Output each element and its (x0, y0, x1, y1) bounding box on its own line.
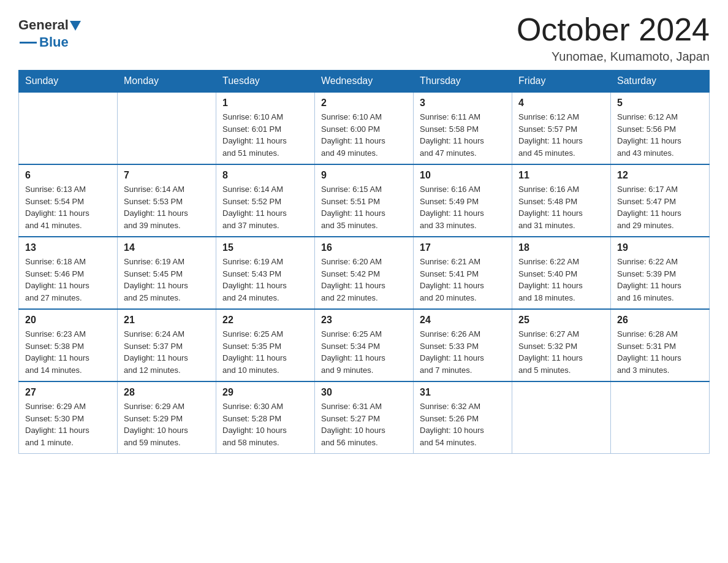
calendar-cell: 9Sunrise: 6:15 AMSunset: 5:51 PMDaylight… (315, 164, 414, 237)
calendar-cell: 1Sunrise: 6:10 AMSunset: 6:01 PMDaylight… (216, 92, 315, 164)
day-info: Sunrise: 6:30 AMSunset: 5:28 PMDaylight:… (222, 400, 308, 448)
day-info: Sunrise: 6:12 AMSunset: 5:56 PMDaylight:… (617, 111, 703, 159)
day-info: Sunrise: 6:12 AMSunset: 5:57 PMDaylight:… (518, 111, 604, 159)
calendar-cell: 22Sunrise: 6:25 AMSunset: 5:35 PMDayligh… (216, 309, 315, 381)
day-number: 22 (222, 315, 308, 326)
day-info: Sunrise: 6:32 AMSunset: 5:26 PMDaylight:… (420, 400, 506, 448)
calendar-cell: 10Sunrise: 6:16 AMSunset: 5:49 PMDayligh… (414, 164, 512, 237)
calendar-cell: 31Sunrise: 6:32 AMSunset: 5:26 PMDayligh… (414, 381, 512, 454)
calendar-cell: 16Sunrise: 6:20 AMSunset: 5:42 PMDayligh… (315, 237, 414, 309)
page-header: General Blue October 2024 Yunomae, Kumam… (18, 12, 710, 64)
day-number: 11 (518, 170, 604, 181)
calendar-cell: 28Sunrise: 6:29 AMSunset: 5:29 PMDayligh… (118, 381, 216, 454)
day-info: Sunrise: 6:10 AMSunset: 6:01 PMDaylight:… (222, 111, 308, 159)
day-info: Sunrise: 6:25 AMSunset: 5:35 PMDaylight:… (222, 328, 308, 376)
day-number: 20 (25, 315, 111, 326)
day-number: 26 (617, 315, 703, 326)
calendar-cell: 27Sunrise: 6:29 AMSunset: 5:30 PMDayligh… (19, 381, 118, 454)
day-number: 27 (25, 387, 111, 398)
day-number: 3 (420, 98, 506, 109)
calendar-cell (512, 381, 611, 454)
day-number: 7 (124, 170, 210, 181)
calendar-cell: 30Sunrise: 6:31 AMSunset: 5:27 PMDayligh… (315, 381, 414, 454)
week-row-3: 13Sunrise: 6:18 AMSunset: 5:46 PMDayligh… (19, 237, 710, 309)
logo: General (18, 17, 81, 33)
day-info: Sunrise: 6:23 AMSunset: 5:38 PMDaylight:… (25, 328, 111, 376)
day-number: 1 (222, 98, 308, 109)
day-number: 9 (321, 170, 407, 181)
calendar-cell: 2Sunrise: 6:10 AMSunset: 6:00 PMDaylight… (315, 92, 414, 164)
day-info: Sunrise: 6:14 AMSunset: 5:52 PMDaylight:… (222, 183, 308, 231)
day-number: 4 (518, 98, 604, 109)
calendar-cell: 20Sunrise: 6:23 AMSunset: 5:38 PMDayligh… (19, 309, 118, 381)
day-info: Sunrise: 6:22 AMSunset: 5:40 PMDaylight:… (518, 256, 604, 304)
day-number: 2 (321, 98, 407, 109)
calendar-cell: 15Sunrise: 6:19 AMSunset: 5:43 PMDayligh… (216, 237, 315, 309)
day-info: Sunrise: 6:10 AMSunset: 6:00 PMDaylight:… (321, 111, 407, 159)
calendar-cell: 29Sunrise: 6:30 AMSunset: 5:28 PMDayligh… (216, 381, 315, 454)
calendar-cell: 18Sunrise: 6:22 AMSunset: 5:40 PMDayligh… (512, 237, 611, 309)
day-info: Sunrise: 6:11 AMSunset: 5:58 PMDaylight:… (420, 111, 506, 159)
header-row: Sunday Monday Tuesday Wednesday Thursday… (19, 71, 710, 93)
calendar-cell: 3Sunrise: 6:11 AMSunset: 5:58 PMDaylight… (414, 92, 512, 164)
day-number: 8 (222, 170, 308, 181)
logo-general-text: General (18, 17, 69, 33)
col-wednesday: Wednesday (315, 71, 414, 93)
calendar-cell: 24Sunrise: 6:26 AMSunset: 5:33 PMDayligh… (414, 309, 512, 381)
col-friday: Friday (512, 71, 611, 93)
day-info: Sunrise: 6:16 AMSunset: 5:49 PMDaylight:… (420, 183, 506, 231)
calendar-cell: 17Sunrise: 6:21 AMSunset: 5:41 PMDayligh… (414, 237, 512, 309)
day-info: Sunrise: 6:18 AMSunset: 5:46 PMDaylight:… (25, 256, 111, 304)
day-number: 24 (420, 315, 506, 326)
calendar-cell: 13Sunrise: 6:18 AMSunset: 5:46 PMDayligh… (19, 237, 118, 309)
calendar-table: Sunday Monday Tuesday Wednesday Thursday… (18, 70, 710, 454)
day-info: Sunrise: 6:17 AMSunset: 5:47 PMDaylight:… (617, 183, 703, 231)
calendar-cell: 25Sunrise: 6:27 AMSunset: 5:32 PMDayligh… (512, 309, 611, 381)
calendar-cell: 5Sunrise: 6:12 AMSunset: 5:56 PMDaylight… (611, 92, 710, 164)
col-monday: Monday (118, 71, 216, 93)
calendar-cell: 26Sunrise: 6:28 AMSunset: 5:31 PMDayligh… (611, 309, 710, 381)
day-info: Sunrise: 6:22 AMSunset: 5:39 PMDaylight:… (617, 256, 703, 304)
day-info: Sunrise: 6:19 AMSunset: 5:45 PMDaylight:… (124, 256, 210, 304)
calendar-cell: 6Sunrise: 6:13 AMSunset: 5:54 PMDaylight… (19, 164, 118, 237)
day-info: Sunrise: 6:25 AMSunset: 5:34 PMDaylight:… (321, 328, 407, 376)
day-number: 31 (420, 387, 506, 398)
day-info: Sunrise: 6:21 AMSunset: 5:41 PMDaylight:… (420, 256, 506, 304)
month-title: October 2024 (517, 12, 710, 47)
day-number: 21 (124, 315, 210, 326)
day-info: Sunrise: 6:19 AMSunset: 5:43 PMDaylight:… (222, 256, 308, 304)
day-info: Sunrise: 6:31 AMSunset: 5:27 PMDaylight:… (321, 400, 407, 448)
calendar-cell: 19Sunrise: 6:22 AMSunset: 5:39 PMDayligh… (611, 237, 710, 309)
day-number: 6 (25, 170, 111, 181)
col-sunday: Sunday (19, 71, 118, 93)
week-row-2: 6Sunrise: 6:13 AMSunset: 5:54 PMDaylight… (19, 164, 710, 237)
calendar-cell (19, 92, 118, 164)
day-number: 13 (25, 242, 111, 253)
day-number: 28 (124, 387, 210, 398)
day-info: Sunrise: 6:26 AMSunset: 5:33 PMDaylight:… (420, 328, 506, 376)
day-number: 12 (617, 170, 703, 181)
calendar-cell: 11Sunrise: 6:16 AMSunset: 5:48 PMDayligh… (512, 164, 611, 237)
day-number: 19 (617, 242, 703, 253)
week-row-5: 27Sunrise: 6:29 AMSunset: 5:30 PMDayligh… (19, 381, 710, 454)
day-number: 16 (321, 242, 407, 253)
location-title: Yunomae, Kumamoto, Japan (517, 50, 710, 64)
day-number: 25 (518, 315, 604, 326)
calendar-cell: 23Sunrise: 6:25 AMSunset: 5:34 PMDayligh… (315, 309, 414, 381)
day-number: 14 (124, 242, 210, 253)
calendar-cell: 21Sunrise: 6:24 AMSunset: 5:37 PMDayligh… (118, 309, 216, 381)
day-number: 17 (420, 242, 506, 253)
day-info: Sunrise: 6:24 AMSunset: 5:37 PMDaylight:… (124, 328, 210, 376)
day-number: 29 (222, 387, 308, 398)
day-info: Sunrise: 6:28 AMSunset: 5:31 PMDaylight:… (617, 328, 703, 376)
logo-area: General Blue (18, 17, 81, 50)
col-saturday: Saturday (611, 71, 710, 93)
calendar-cell: 8Sunrise: 6:14 AMSunset: 5:52 PMDaylight… (216, 164, 315, 237)
day-info: Sunrise: 6:29 AMSunset: 5:29 PMDaylight:… (124, 400, 210, 448)
day-number: 10 (420, 170, 506, 181)
calendar-cell: 7Sunrise: 6:14 AMSunset: 5:53 PMDaylight… (118, 164, 216, 237)
day-info: Sunrise: 6:16 AMSunset: 5:48 PMDaylight:… (518, 183, 604, 231)
logo-line-icon (20, 42, 37, 44)
calendar-cell: 14Sunrise: 6:19 AMSunset: 5:45 PMDayligh… (118, 237, 216, 309)
day-number: 30 (321, 387, 407, 398)
